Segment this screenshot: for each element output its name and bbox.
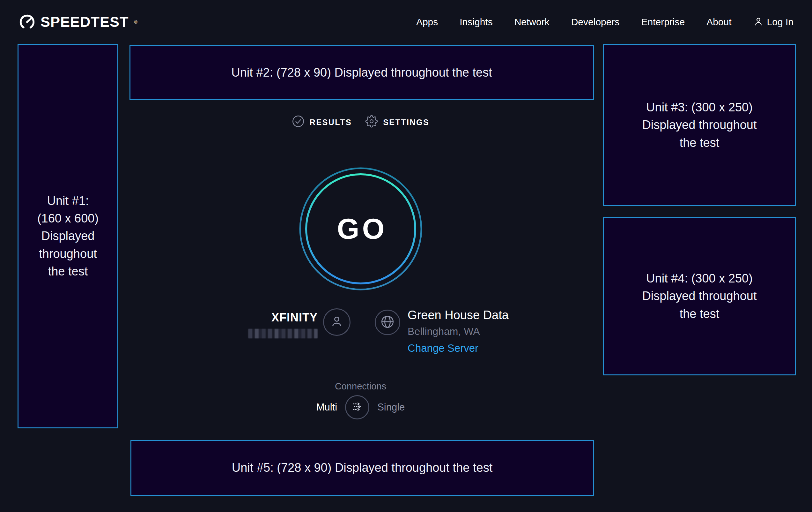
- connections-label: Connections: [118, 381, 603, 392]
- user-icon: [329, 314, 344, 330]
- tab-settings-label: SETTINGS: [383, 118, 429, 127]
- tab-results-label: RESULTS: [310, 118, 352, 127]
- nav-item-enterprise[interactable]: Enterprise: [641, 17, 685, 27]
- ad-unit-1-skyscraper: Unit #1: (160 x 600) Displayed throughou…: [18, 44, 118, 428]
- ad-unit-3-rectangle: Unit #3: (300 x 250) Displayed throughou…: [603, 44, 796, 206]
- server-block: Green House Data Bellingham, WA Change S…: [408, 308, 509, 354]
- nav-item-about[interactable]: About: [706, 17, 731, 27]
- gear-icon: [365, 115, 378, 130]
- isp-user-badge[interactable]: [323, 308, 350, 336]
- connection-info-row: XFINITY: [118, 308, 603, 354]
- tab-settings[interactable]: SETTINGS: [365, 115, 429, 130]
- connections-option-single[interactable]: Single: [377, 402, 405, 413]
- server-location: Bellingham, WA: [408, 326, 509, 338]
- tab-results[interactable]: RESULTS: [292, 115, 352, 130]
- isp-detail-redacted: [248, 329, 318, 339]
- speedometer-logo-icon: [19, 14, 36, 31]
- server-name: Green House Data: [408, 308, 509, 322]
- server-globe-badge: [375, 309, 400, 335]
- tabs-row: RESULTS SETTINGS: [118, 115, 603, 130]
- connections-option-multi[interactable]: Multi: [316, 402, 337, 413]
- login-button[interactable]: Log In: [753, 16, 793, 28]
- multi-connection-arrows-icon: [350, 400, 364, 415]
- isp-name: XFINITY: [248, 311, 318, 324]
- connections-toggle-row: Multi Single: [118, 395, 603, 420]
- check-circle-icon: [292, 115, 304, 130]
- isp-block: XFINITY: [248, 311, 318, 339]
- speedtest-page: SPEEDTEST ® Apps Insights Network Develo…: [0, 0, 812, 512]
- go-button[interactable]: GO: [298, 167, 423, 291]
- ad-unit-4-rectangle: Unit #4: (300 x 250) Displayed throughou…: [603, 217, 796, 375]
- change-server-link[interactable]: Change Server: [408, 342, 509, 354]
- login-person-icon: [753, 16, 763, 28]
- test-panel: RESULTS SETTINGS: [118, 0, 603, 512]
- brand-name: SPEEDTEST: [40, 14, 129, 30]
- globe-icon: [380, 315, 395, 330]
- go-button-label: GO: [298, 167, 423, 291]
- connections-toggle-button[interactable]: [345, 395, 369, 420]
- login-label: Log In: [767, 17, 793, 27]
